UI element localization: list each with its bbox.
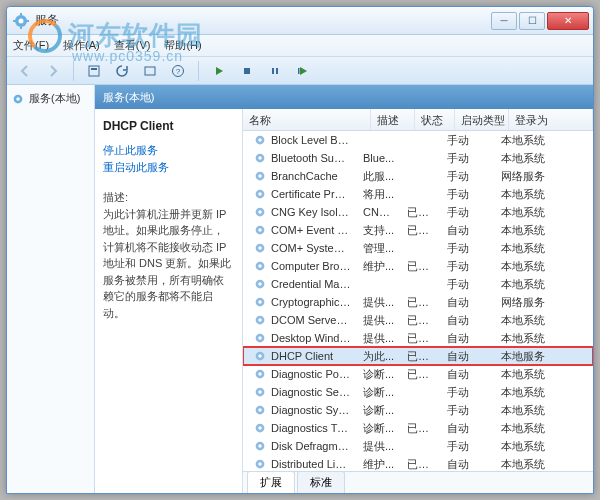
service-name: COM+ System A...	[271, 242, 351, 254]
service-gear-icon	[253, 187, 267, 201]
svg-point-46	[258, 426, 262, 430]
service-desc: 诊断...	[357, 403, 401, 418]
svg-point-20	[258, 192, 262, 196]
help-button[interactable]: ?	[166, 60, 190, 82]
service-desc: 维护...	[357, 259, 401, 274]
svg-point-22	[258, 210, 262, 214]
svg-point-36	[258, 336, 262, 340]
service-row[interactable]: Computer Brow...维护...已启动手动本地系统	[243, 257, 593, 275]
service-row[interactable]: BranchCache此服...手动网络服务	[243, 167, 593, 185]
restart-service-link[interactable]: 重启动此服务	[103, 160, 234, 175]
refresh-button[interactable]	[110, 60, 134, 82]
service-logon: 本地系统	[495, 205, 593, 220]
service-gear-icon	[253, 421, 267, 435]
service-logon: 本地系统	[495, 331, 593, 346]
col-name[interactable]: 名称	[243, 109, 371, 130]
menu-action[interactable]: 操作(A)	[63, 38, 100, 53]
service-row[interactable]: Certificate Propa...将用...手动本地系统	[243, 185, 593, 203]
service-type: 手动	[441, 439, 495, 454]
service-row[interactable]: Credential Mana...手动本地系统	[243, 275, 593, 293]
service-desc: 支持...	[357, 223, 401, 238]
tree-pane: 服务(本地)	[7, 85, 95, 493]
service-logon: 本地系统	[495, 421, 593, 436]
col-status[interactable]: 状态	[415, 109, 455, 130]
service-row[interactable]: Diagnostic Servi...诊断...手动本地系统	[243, 383, 593, 401]
service-name: Block Level Back...	[271, 134, 351, 146]
service-logon: 本地系统	[495, 367, 593, 382]
service-row[interactable]: Block Level Back...手动本地系统	[243, 131, 593, 149]
svg-point-26	[258, 246, 262, 250]
service-row[interactable]: COM+ Event Sys...支持...已启动自动本地系统	[243, 221, 593, 239]
service-row[interactable]: COM+ System A...管理...手动本地系统	[243, 239, 593, 257]
service-type: 手动	[441, 133, 495, 148]
detail-pane: DHCP Client 停止此服务 重启动此服务 描述: 为此计算机注册并更新 …	[95, 109, 243, 493]
service-row[interactable]: Cryptographic S...提供...已启动自动网络服务	[243, 293, 593, 311]
service-row[interactable]: Distributed Link ...维护...已启动自动本地系统	[243, 455, 593, 471]
col-desc[interactable]: 描述	[371, 109, 415, 130]
service-status: 已启动	[401, 421, 441, 436]
menu-view[interactable]: 查看(V)	[114, 38, 151, 53]
service-name: Cryptographic S...	[271, 296, 351, 308]
back-button	[13, 60, 37, 82]
service-desc: 提供...	[357, 439, 401, 454]
service-row[interactable]: Desktop Windo...提供...已启动自动本地系统	[243, 329, 593, 347]
svg-point-48	[258, 444, 262, 448]
service-list[interactable]: Block Level Back...手动本地系统Bluetooth Supp.…	[243, 131, 593, 471]
service-name: Desktop Windo...	[271, 332, 351, 344]
start-service-button[interactable]	[207, 60, 231, 82]
svg-rect-3	[91, 68, 97, 70]
menu-help[interactable]: 帮助(H)	[164, 38, 201, 53]
service-type: 手动	[441, 151, 495, 166]
service-desc: Blue...	[357, 152, 401, 164]
service-row[interactable]: Bluetooth Supp...Blue...手动本地系统	[243, 149, 593, 167]
service-row[interactable]: Diagnostic Polic...诊断...已启动自动本地系统	[243, 365, 593, 383]
detail-desc-label: 描述:	[103, 189, 234, 206]
window-buttons: ─ ☐ ✕	[491, 12, 589, 30]
service-logon: 本地系统	[495, 223, 593, 238]
service-desc: 诊断...	[357, 367, 401, 382]
tab-standard[interactable]: 标准	[297, 471, 345, 493]
svg-point-18	[258, 174, 262, 178]
service-gear-icon	[253, 295, 267, 309]
service-logon: 本地系统	[495, 133, 593, 148]
service-row[interactable]: Diagnostics Trac...诊断...已启动自动本地系统	[243, 419, 593, 437]
export-button[interactable]	[138, 60, 162, 82]
service-desc: 维护...	[357, 457, 401, 472]
service-logon: 本地系统	[495, 277, 593, 292]
service-gear-icon	[253, 403, 267, 417]
service-type: 自动	[441, 457, 495, 472]
service-gear-icon	[253, 133, 267, 147]
service-gear-icon	[253, 241, 267, 255]
close-button[interactable]: ✕	[547, 12, 589, 30]
service-gear-icon	[253, 349, 267, 363]
restart-service-button[interactable]	[291, 60, 315, 82]
svg-rect-4	[145, 67, 155, 75]
properties-button[interactable]	[82, 60, 106, 82]
stop-service-link[interactable]: 停止此服务	[103, 143, 234, 158]
service-logon: 本地系统	[495, 151, 593, 166]
pause-service-button[interactable]	[263, 60, 287, 82]
svg-point-24	[258, 228, 262, 232]
col-logon[interactable]: 登录为	[509, 109, 593, 130]
service-row[interactable]: CNG Key IsolationCNG...已启动手动本地系统	[243, 203, 593, 221]
service-row[interactable]: DHCP Client为此...已启动自动本地服务	[243, 347, 593, 365]
service-logon: 本地服务	[495, 349, 593, 364]
stop-service-button[interactable]	[235, 60, 259, 82]
service-type: 自动	[441, 223, 495, 238]
service-row[interactable]: DCOM Server Pr...提供...已启动自动本地系统	[243, 311, 593, 329]
tab-extended[interactable]: 扩展	[247, 471, 295, 493]
svg-rect-9	[276, 68, 278, 74]
service-row[interactable]: Disk Defragmen...提供...手动本地系统	[243, 437, 593, 455]
service-desc: 管理...	[357, 241, 401, 256]
menu-file[interactable]: 文件(F)	[13, 38, 49, 53]
tree-root-services-local[interactable]: 服务(本地)	[9, 89, 92, 108]
service-logon: 本地系统	[495, 439, 593, 454]
minimize-button[interactable]: ─	[491, 12, 517, 30]
service-type: 手动	[441, 385, 495, 400]
service-row[interactable]: Diagnostic Syste...诊断...手动本地系统	[243, 401, 593, 419]
maximize-button[interactable]: ☐	[519, 12, 545, 30]
col-type[interactable]: 启动类型	[455, 109, 509, 130]
svg-point-16	[258, 156, 262, 160]
service-gear-icon	[253, 367, 267, 381]
service-type: 手动	[441, 205, 495, 220]
